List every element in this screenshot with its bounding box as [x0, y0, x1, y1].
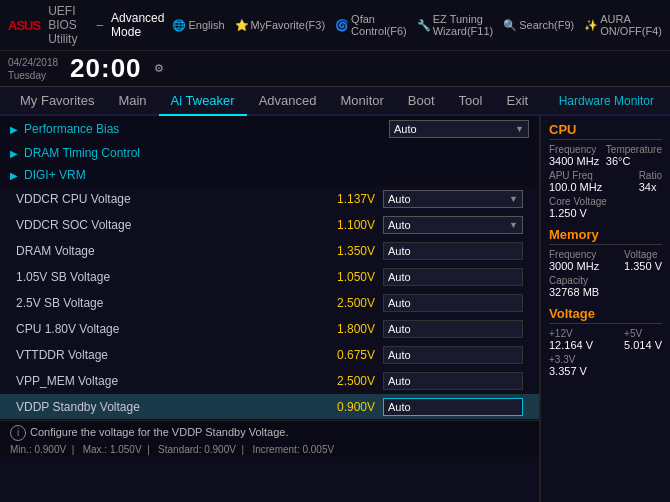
vpp-mem-row: VPP_MEM Voltage 2.500V Auto — [0, 368, 539, 394]
vpp-mem-dropdown[interactable]: Auto — [383, 372, 523, 390]
performance-bias-section[interactable]: ▶ Performance Bias Auto ▼ — [0, 116, 539, 142]
left-panel: ▶ Performance Bias Auto ▼ ▶ DRAM Timing … — [0, 116, 540, 502]
voltage-subsection: Voltage +12V 12.164 V +5V 5.014 V +3.3V … — [549, 306, 662, 377]
nav-monitor[interactable]: Monitor — [329, 87, 396, 114]
vddcr-soc-name: VDDCR SOC Voltage — [16, 218, 315, 232]
right-panel: CPU Frequency 3400 MHz Temperature 36°C … — [540, 116, 670, 502]
sb-25-dropdown-val: Auto — [388, 297, 411, 309]
myfavorite-label: MyFavorite(F3) — [251, 19, 326, 31]
apu-ratio-row: APU Freq 100.0 MHz Ratio 34x — [549, 170, 662, 194]
gear-icon[interactable]: ⚙ — [154, 62, 164, 75]
dram-voltage-dropdown-val: Auto — [388, 245, 411, 257]
fan-icon: 🌀 — [335, 19, 349, 32]
vddcr-cpu-dropdown[interactable]: Auto ▼ — [383, 190, 523, 208]
nav-bar: My Favorites Main Ai Tweaker Advanced Mo… — [0, 87, 670, 116]
nav-tool[interactable]: Tool — [447, 87, 495, 114]
vddcr-soc-dropdown-val: Auto — [388, 219, 411, 231]
vddcr-cpu-name: VDDCR CPU Voltage — [16, 192, 315, 206]
dram-voltage-dropdown[interactable]: Auto — [383, 242, 523, 260]
nav-advanced[interactable]: Advanced — [247, 87, 329, 114]
v33-label: +3.3V — [549, 354, 662, 365]
main-content: ▶ Performance Bias Auto ▼ ▶ DRAM Timing … — [0, 116, 670, 502]
dropdown-arrow-icon: ▼ — [515, 124, 524, 134]
time-display: 20:00 — [70, 53, 142, 84]
separator: – — [96, 18, 103, 32]
vpp-mem-value: 2.500V — [315, 374, 375, 388]
sb-105-dropdown[interactable]: Auto — [383, 268, 523, 286]
v5-label: +5V — [624, 328, 662, 339]
sb-105-row: 1.05V SB Voltage 1.050V Auto — [0, 264, 539, 290]
info-bar: i Configure the voltage for the VDDP Sta… — [0, 420, 539, 457]
vttddr-value: 0.675V — [315, 348, 375, 362]
day-display: Tuesday — [8, 69, 58, 82]
info-circle-icon: i — [10, 425, 26, 441]
vddp-standby-dropdown[interactable]: Auto — [383, 398, 523, 416]
mem-volt-value: 1.350 V — [624, 260, 662, 272]
nav-ai-tweaker[interactable]: Ai Tweaker — [159, 87, 247, 116]
date-display: 04/24/2018 — [8, 56, 58, 69]
mem-capacity-label: Capacity — [549, 275, 662, 286]
dram-voltage-name: DRAM Voltage — [16, 244, 315, 258]
nav-my-favorites[interactable]: My Favorites — [8, 87, 106, 114]
cpu-18-dropdown[interactable]: Auto — [383, 320, 523, 338]
cpu-18-name: CPU 1.80V Voltage — [16, 322, 315, 336]
dram-timing-label: DRAM Timing Control — [24, 146, 140, 160]
qfan-label: Qfan Control(F6) — [351, 13, 407, 37]
vddp-standby-value: 0.900V — [315, 400, 375, 414]
english-label: English — [188, 19, 224, 31]
vttddr-dropdown[interactable]: Auto — [383, 346, 523, 364]
sb-25-row: 2.5V SB Voltage 2.500V Auto — [0, 290, 539, 316]
asus-logo: ASUS — [8, 18, 40, 33]
apu-freq-label: APU Freq — [549, 170, 602, 181]
cpu-freq-label: Frequency — [549, 144, 599, 155]
sb-105-dropdown-val: Auto — [388, 271, 411, 283]
v12-value: 12.164 V — [549, 339, 593, 351]
core-voltage-row: Core Voltage 1.250 V — [549, 196, 662, 219]
v5-value: 5.014 V — [624, 339, 662, 351]
chevron-right-icon: ▶ — [10, 124, 18, 135]
dram-timing-section[interactable]: ▶ DRAM Timing Control — [0, 142, 539, 164]
star-icon: ⭐ — [235, 19, 249, 32]
performance-bias-label: Performance Bias — [24, 122, 119, 136]
digi-vrm-section[interactable]: ▶ DIGI+ VRM — [0, 164, 539, 186]
performance-bias-dropdown[interactable]: Auto ▼ — [389, 120, 529, 138]
digi-vrm-label: DIGI+ VRM — [24, 168, 86, 182]
myfavorite-icon-item[interactable]: ⭐ MyFavorite(F3) — [235, 19, 326, 32]
cpu-18-dropdown-val: Auto — [388, 323, 411, 335]
cpu-temp-value: 36°C — [606, 155, 662, 167]
info-standard: Standard: 0.900V — [158, 444, 236, 455]
qfan-icon-item[interactable]: 🌀 Qfan Control(F6) — [335, 13, 407, 37]
search-label: Search(F9) — [519, 19, 574, 31]
v12-v5-row: +12V 12.164 V +5V 5.014 V — [549, 328, 662, 352]
aura-icon-item[interactable]: ✨ AURA ON/OFF(F4) — [584, 13, 662, 37]
mem-volt-label: Voltage — [624, 249, 662, 260]
mem-freq-volt-row: Frequency 3000 MHz Voltage 1.350 V — [549, 249, 662, 273]
nav-boot[interactable]: Boot — [396, 87, 447, 114]
ez-tuning-label: EZ Tuning Wizard(F11) — [433, 13, 494, 37]
vddcr-cpu-dropdown-val: Auto — [388, 193, 411, 205]
nav-exit[interactable]: Exit — [494, 87, 540, 114]
vddcr-soc-dropdown[interactable]: Auto ▼ — [383, 216, 523, 234]
mem-freq-label: Frequency — [549, 249, 599, 260]
sb-25-dropdown[interactable]: Auto — [383, 294, 523, 312]
search-icon: 🔍 — [503, 19, 517, 32]
cpu-section-title: CPU — [549, 122, 662, 140]
sb-25-value: 2.500V — [315, 296, 375, 310]
info-increment: Increment: 0.005V — [252, 444, 334, 455]
memory-section-title: Memory — [549, 227, 662, 245]
wrench-icon: 🔧 — [417, 19, 431, 32]
core-voltage-label: Core Voltage — [549, 196, 662, 207]
vpp-mem-dropdown-val: Auto — [388, 375, 411, 387]
nav-main[interactable]: Main — [106, 87, 158, 114]
hw-monitor-nav-label: Hardware Monitor — [551, 88, 662, 114]
english-icon-item[interactable]: 🌐 English — [172, 19, 224, 32]
cpu-temp-label: Temperature — [606, 144, 662, 155]
cpu-18-row: CPU 1.80V Voltage 1.800V Auto — [0, 316, 539, 342]
core-voltage-value: 1.250 V — [549, 207, 662, 219]
dram-voltage-value: 1.350V — [315, 244, 375, 258]
top-bar: ASUS UEFI BIOS Utility – Advanced Mode 🌐… — [0, 0, 670, 51]
ez-tuning-icon-item[interactable]: 🔧 EZ Tuning Wizard(F11) — [417, 13, 494, 37]
voltage-section-title: Voltage — [549, 306, 662, 324]
search-icon-item[interactable]: 🔍 Search(F9) — [503, 19, 574, 32]
ratio-value: 34x — [639, 181, 662, 193]
